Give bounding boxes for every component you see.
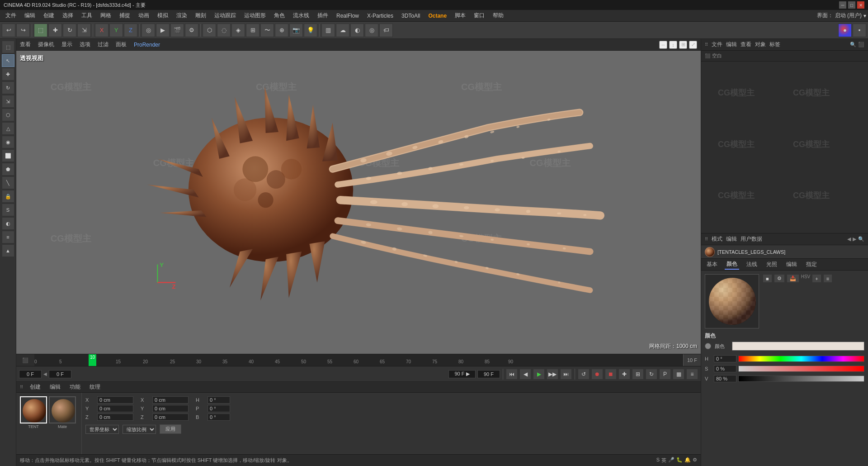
menu-window[interactable]: 窗口 xyxy=(470,11,488,20)
end-frame-display[interactable] xyxy=(448,370,476,378)
tool-polygon[interactable]: ⬡ xyxy=(2,109,14,121)
redo-button[interactable]: ↪ xyxy=(16,24,30,37)
attr-menu-edit[interactable]: 编辑 xyxy=(726,235,737,243)
right-filter-icon[interactable]: ⬛ xyxy=(858,42,864,48)
material-thumbnail-2[interactable] xyxy=(49,396,76,423)
viewport-icon-2[interactable]: ↕ xyxy=(669,41,677,49)
field-btn[interactable]: ⊕ xyxy=(275,24,288,37)
menu-character[interactable]: 角色 xyxy=(270,11,288,20)
scale-tool[interactable]: ⇲ xyxy=(77,24,91,37)
tool-move[interactable]: ✚ xyxy=(2,68,14,81)
attr-nav-fwd[interactable]: ▶ xyxy=(853,236,856,242)
v-value-field[interactable] xyxy=(714,375,736,382)
timeline-cursor[interactable]: 10 xyxy=(89,354,96,366)
bottom-tab-function[interactable]: 功能 xyxy=(68,382,82,392)
s-value-field[interactable] xyxy=(714,365,736,372)
s-slider[interactable] xyxy=(738,366,864,372)
menu-pipeline[interactable]: 流水线 xyxy=(289,11,313,20)
right-menu-tag[interactable]: 标签 xyxy=(769,41,780,48)
generator-btn[interactable]: ⊞ xyxy=(246,24,259,37)
goto-end-btn[interactable]: ⏭ xyxy=(560,369,572,380)
attr-menu-userdata[interactable]: 用户数据 xyxy=(741,235,762,243)
mat-tab-color[interactable]: 颜色 xyxy=(725,259,739,270)
viewport-menu-options[interactable]: 选项 xyxy=(80,41,90,48)
menu-octane[interactable]: Octane xyxy=(425,12,450,20)
color-swatch[interactable] xyxy=(732,342,864,351)
move-tool[interactable]: ✚ xyxy=(48,24,62,37)
render-btn[interactable]: ▶ xyxy=(156,24,170,37)
right-menu-edit[interactable]: 编辑 xyxy=(726,41,737,48)
interactive-render-btn[interactable]: 🎬 xyxy=(170,24,184,37)
mat-tab-basic[interactable]: 基本 xyxy=(705,260,719,269)
menu-select[interactable]: 选择 xyxy=(59,11,77,20)
nurbs-btn[interactable]: ◌ xyxy=(217,24,231,37)
menu-realflow[interactable]: RealFlow xyxy=(333,12,363,20)
coord-ry-pos[interactable] xyxy=(152,405,189,412)
viewport-menu-view[interactable]: 查看 xyxy=(20,41,31,48)
tool-snap[interactable]: S xyxy=(2,204,14,216)
next-frame-btn[interactable]: ▶▶ xyxy=(547,369,558,380)
color-picker-btn[interactable]: ● xyxy=(838,24,852,37)
tool-shape[interactable]: ⬟ xyxy=(2,163,14,176)
right-menu-view[interactable]: 查看 xyxy=(741,41,751,48)
viewport-menu-panel[interactable]: 面板 xyxy=(116,41,127,48)
viewport-fullscreen[interactable]: ⤢ xyxy=(689,41,697,49)
layout-btn[interactable]: ▦ xyxy=(673,369,684,380)
menu-sculpt[interactable]: 雕刻 xyxy=(192,11,210,20)
tag-btn[interactable]: 🏷 xyxy=(379,24,393,37)
coord-b-val[interactable] xyxy=(208,414,230,421)
color-radio[interactable] xyxy=(705,343,711,349)
tool-box[interactable]: ⬜ xyxy=(2,149,14,162)
viewport-icon-1[interactable]: ↔ xyxy=(659,41,667,49)
timeline-ruler[interactable]: 0 5 10 15 20 25 30 35 40 45 50 55 60 65 … xyxy=(34,354,683,366)
menu-animation[interactable]: 动画 xyxy=(135,11,153,20)
interface-dropdown-icon[interactable]: ▾ xyxy=(863,13,866,19)
floor-btn[interactable]: ▥ xyxy=(321,24,335,37)
camera-btn[interactable]: 📷 xyxy=(289,24,303,37)
render-settings-btn[interactable]: ⚙ xyxy=(185,24,198,37)
loop-mode-btn[interactable]: ↻ xyxy=(646,369,657,380)
deformer-btn[interactable]: ◈ xyxy=(231,24,245,37)
spline-btn[interactable]: 〜 xyxy=(260,24,274,37)
tool-lock[interactable]: 🔒 xyxy=(2,190,14,203)
mat-tab-lighting[interactable]: 光照 xyxy=(764,260,779,269)
viewport-icon-3[interactable]: ⊞ xyxy=(679,41,687,49)
menu-simulate[interactable]: 模拟 xyxy=(154,11,172,20)
close-button[interactable]: ✕ xyxy=(857,1,864,9)
rotate-tool[interactable]: ↻ xyxy=(63,24,76,37)
tool-1[interactable]: ⬚ xyxy=(2,41,14,53)
stop-record-btn[interactable]: ⏹ xyxy=(605,369,617,380)
bottom-tab-create[interactable]: 创建 xyxy=(28,382,42,392)
menu-scripts[interactable]: 脚本 xyxy=(451,11,469,20)
loop-btn[interactable]: ↺ xyxy=(578,369,590,380)
coord-system-select[interactable]: 世界坐标 本地坐标 xyxy=(85,425,119,434)
coord-rx-pos[interactable] xyxy=(152,396,189,404)
coord-p-val[interactable] xyxy=(208,405,230,412)
right-search-icon[interactable]: 🔍 xyxy=(850,42,856,48)
x-axis-btn[interactable]: X xyxy=(95,24,108,37)
coord-z-pos[interactable] xyxy=(97,414,133,421)
sky-btn[interactable]: ☁ xyxy=(336,24,349,37)
v-slider[interactable] xyxy=(738,376,864,382)
attr-nav-back[interactable]: ◀ xyxy=(847,236,851,242)
undo-button[interactable]: ↩ xyxy=(2,24,15,37)
current-frame-field[interactable] xyxy=(49,370,71,378)
mat-action-4[interactable]: + xyxy=(812,274,821,283)
menu-snap[interactable]: 捕捉 xyxy=(116,11,134,20)
mat-tab-normal[interactable]: 法线 xyxy=(745,260,759,269)
h-slider[interactable] xyxy=(738,356,864,362)
play-btn[interactable]: ▶ xyxy=(533,369,545,380)
mat-tab-assign[interactable]: 指定 xyxy=(804,260,819,269)
tool-layers[interactable]: ≡ xyxy=(2,231,14,243)
scale-key-btn[interactable]: ⊞ xyxy=(632,369,644,380)
tool-rotate[interactable]: ↻ xyxy=(2,81,14,94)
interface-selector[interactable]: 界面： 启动 (用户) ▾ xyxy=(817,12,866,19)
coord-x-pos[interactable] xyxy=(97,396,133,404)
menu-tools[interactable]: 工具 xyxy=(78,11,96,20)
menu-3dtoall[interactable]: 3DToAll xyxy=(398,12,424,20)
menu-create[interactable]: 创建 xyxy=(40,11,58,20)
mat-tab-edit[interactable]: 编辑 xyxy=(784,260,799,269)
material-quick-btn[interactable]: ▪ xyxy=(853,24,866,37)
y-axis-btn[interactable]: Y xyxy=(109,24,123,37)
material-thumbnail-1[interactable] xyxy=(20,396,47,423)
